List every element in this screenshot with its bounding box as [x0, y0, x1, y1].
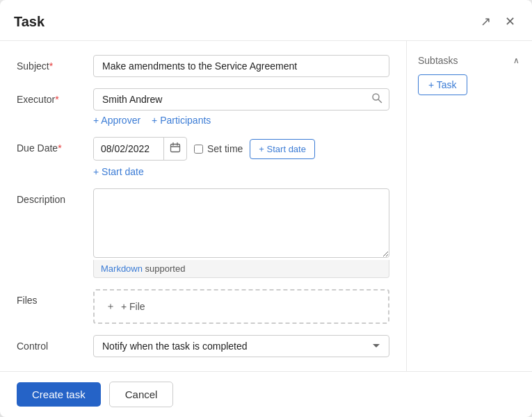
files-row: Files ＋ + File: [17, 289, 389, 324]
subtasks-title: Subtasks: [418, 55, 458, 66]
modal-title: Task: [14, 14, 45, 30]
approver-row: + Approver + Participants: [93, 115, 389, 126]
date-input-wrap: [93, 137, 187, 161]
subject-label: Subject*: [17, 55, 93, 72]
svg-rect-2: [171, 145, 180, 152]
expand-icon[interactable]: ↗: [478, 13, 494, 31]
modal-body: Subject* Executor*: [0, 41, 532, 371]
task-modal: Task ↗ ✕ Subject* Executor*: [0, 0, 532, 417]
modal-footer: Create task Cancel: [0, 371, 532, 417]
main-form: Subject* Executor*: [0, 41, 407, 371]
modal-header: Task ↗ ✕: [0, 0, 532, 41]
set-time-wrap: Set time: [194, 143, 243, 154]
due-date-row: Due Date*: [17, 137, 389, 177]
close-icon[interactable]: ✕: [502, 13, 518, 31]
executor-label: Executor*: [17, 88, 93, 105]
subtasks-header: Subtasks ∧: [418, 55, 521, 66]
create-task-button[interactable]: Create task: [17, 382, 101, 407]
search-icon: [371, 92, 382, 106]
add-participants-button[interactable]: + Participants: [152, 115, 211, 126]
due-date-control-wrap: Set time + Start date + Start date: [93, 137, 389, 177]
subject-row: Subject*: [17, 55, 389, 77]
markdown-text: supported: [143, 263, 185, 274]
subject-input-wrap: [93, 55, 389, 77]
files-label: Files: [17, 289, 93, 306]
file-add-label: + File: [121, 301, 145, 312]
description-control-wrap: Markdown supported: [93, 188, 389, 278]
set-time-checkbox[interactable]: [194, 145, 203, 154]
due-date-input[interactable]: [94, 138, 163, 159]
files-dropzone[interactable]: ＋ + File: [93, 289, 389, 324]
set-time-label: Set time: [207, 143, 243, 154]
file-add-icon: ＋: [106, 300, 115, 313]
markdown-link[interactable]: Markdown: [101, 263, 143, 274]
calendar-icon[interactable]: [163, 138, 186, 160]
subtasks-sidebar: Subtasks ∧ + Task: [407, 41, 532, 371]
header-icons: ↗ ✕: [478, 13, 518, 31]
subject-input[interactable]: [93, 55, 389, 77]
control-select[interactable]: Notify when the task is completedNo cont…: [93, 335, 389, 357]
executor-row: Executor* + Approver +: [17, 88, 389, 126]
start-date-link-button[interactable]: + Start date: [93, 166, 144, 177]
markdown-hint: Markdown supported: [93, 260, 389, 278]
add-approver-button[interactable]: + Approver: [93, 115, 140, 126]
executor-input[interactable]: [93, 88, 389, 111]
add-subtask-button[interactable]: + Task: [418, 74, 467, 95]
description-label: Description: [17, 188, 93, 205]
executor-input-wrap: + Approver + Participants: [93, 88, 389, 126]
subtasks-collapse-button[interactable]: ∧: [512, 56, 521, 65]
files-control-wrap: ＋ + File: [93, 289, 389, 324]
due-date-wrap: Set time + Start date: [93, 137, 389, 161]
svg-line-1: [378, 99, 382, 103]
cancel-button[interactable]: Cancel: [109, 382, 174, 407]
due-date-label: Due Date*: [17, 137, 93, 154]
description-row: Description Markdown supported: [17, 188, 389, 278]
control-control-wrap: Notify when the task is completedNo cont…: [93, 335, 389, 357]
start-date-link-wrap: + Start date: [93, 166, 389, 177]
control-row: Control Notify when the task is complete…: [17, 335, 389, 357]
control-label: Control: [17, 335, 93, 352]
executor-wrap: [93, 88, 389, 111]
description-textarea[interactable]: [93, 188, 389, 258]
add-start-date-button[interactable]: + Start date: [250, 139, 315, 159]
